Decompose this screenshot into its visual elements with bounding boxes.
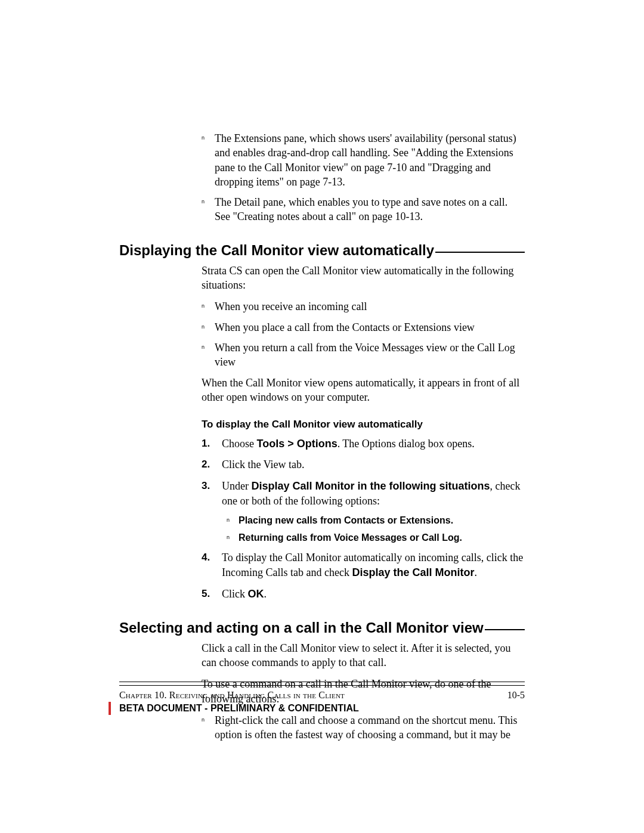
step-4: To display the Call Monitor automaticall…: [202, 550, 525, 580]
step-3: Under Display Call Monitor in the follow…: [202, 479, 525, 545]
list-item: When you return a call from the Voice Me…: [202, 340, 525, 370]
bullet-text: The Extensions pane, which shows users' …: [215, 132, 516, 188]
step-text: . The Options dialog box opens.: [338, 438, 475, 450]
option-text: Returning calls from Voice Messages or C…: [239, 532, 459, 543]
step-text: Under: [222, 480, 251, 492]
step-bold: Display Call Monitor in the following si…: [251, 480, 490, 492]
list-item: The Extensions pane, which shows users' …: [202, 131, 525, 189]
section2-bullet-list: Right-click the call and choose a comman…: [202, 713, 525, 742]
bullet-text: When you receive an incoming call: [215, 301, 367, 312]
option-text: Placing new calls from Contacts or Exten…: [239, 515, 451, 525]
step-bold: OK: [248, 588, 264, 600]
step-text: Choose: [222, 438, 257, 450]
section-heading-selecting-acting: Selecting and acting on a call in the Ca…: [119, 620, 525, 636]
step-text: Click the View tab.: [222, 459, 305, 470]
page-footer: Chapter 10. Receiving and Handling Calls…: [119, 682, 525, 714]
procedure-steps: Choose Tools > Options. The Options dial…: [202, 436, 525, 602]
step-bold: Display the Call Monitor: [352, 566, 474, 578]
section2-p1: Click a call in the Call Monitor view to…: [202, 641, 525, 670]
heading-text: Selecting and acting on a call in the Ca…: [119, 620, 484, 636]
section1-intro: Strata CS can open the Call Monitor view…: [202, 264, 525, 293]
heading-text: Displaying the Call Monitor view automat…: [119, 242, 434, 259]
section1-bullet-list: When you receive an incoming call When y…: [202, 299, 525, 369]
heading-rule: [485, 629, 525, 630]
confidential-notice: BETA DOCUMENT - PRELIMINARY & CONFIDENTI…: [119, 703, 525, 714]
list-item: When you place a call from the Contacts …: [202, 320, 525, 335]
intro-bullet-list: The Extensions pane, which shows users' …: [202, 131, 525, 224]
page-number: 10-5: [507, 689, 525, 702]
page: The Extensions pane, which shows users' …: [0, 0, 644, 833]
change-bar-icon: [109, 702, 111, 715]
step-text: .: [264, 588, 267, 600]
chapter-label: Chapter 10. Receiving and Handling Calls…: [119, 689, 345, 702]
procedure-heading: To display the Call Monitor view automat…: [202, 419, 525, 431]
bullet-text: When you return a call from the Voice Me…: [215, 342, 515, 368]
step-text: .: [474, 566, 477, 578]
list-item: When you receive an incoming call: [202, 299, 525, 314]
list-item: The Detail pane, which enables you to ty…: [202, 195, 525, 224]
option-item: Returning calls from Voice Messages or C…: [227, 531, 525, 544]
bullet-text: When you place a call from the Contacts …: [215, 321, 475, 333]
list-item: Right-click the call and choose a comman…: [202, 713, 525, 742]
heading-rule: [435, 252, 525, 253]
step-2: Click the View tab.: [202, 457, 525, 472]
step-text: Click: [222, 588, 248, 600]
intro-continuation: The Extensions pane, which shows users' …: [202, 131, 525, 224]
section1-after-bullets: When the Call Monitor view opens automat…: [202, 376, 525, 405]
section-heading-display-call-monitor: Displaying the Call Monitor view automat…: [119, 242, 525, 259]
bullet-text: Right-click the call and choose a comman…: [215, 714, 518, 741]
footer-rule: [119, 682, 525, 686]
step-1: Choose Tools > Options. The Options dial…: [202, 436, 525, 451]
option-item: Placing new calls from Contacts or Exten…: [227, 513, 525, 527]
step-5: Click OK.: [202, 587, 525, 602]
footer-line-1: Chapter 10. Receiving and Handling Calls…: [119, 689, 525, 702]
section1-body: Strata CS can open the Call Monitor view…: [202, 264, 525, 602]
bullet-text: The Detail pane, which enables you to ty…: [215, 196, 507, 222]
step-3-options: Placing new calls from Contacts or Exten…: [227, 513, 525, 544]
step-bold: Tools > Options: [257, 438, 338, 450]
